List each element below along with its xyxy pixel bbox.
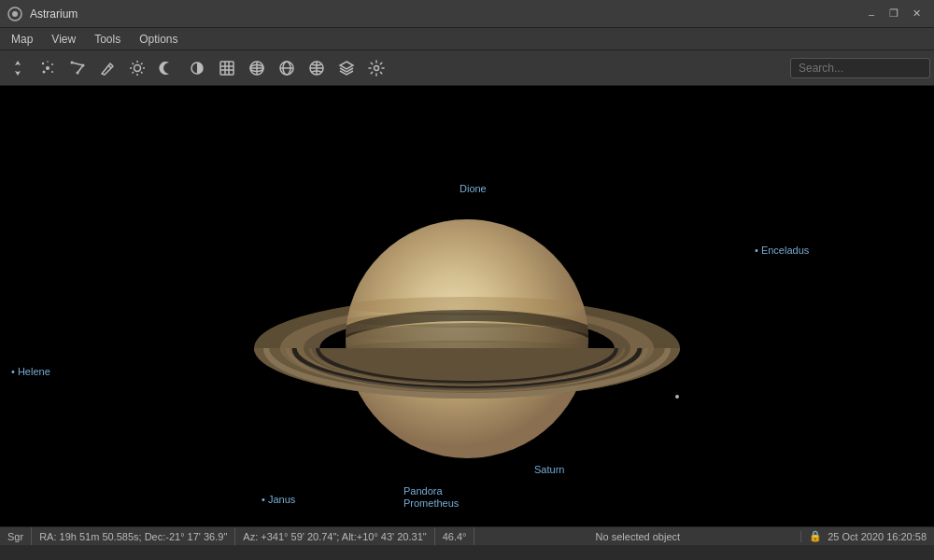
viewport[interactable]: Dione • Enceladus • Helene • Janus Pando… bbox=[0, 86, 934, 526]
title-bar-left: Astrarium bbox=[7, 7, 78, 21]
svg-point-15 bbox=[134, 64, 141, 71]
svg-point-3 bbox=[46, 66, 50, 70]
svg-point-6 bbox=[43, 70, 46, 73]
search-input[interactable] bbox=[790, 58, 930, 78]
maximize-button[interactable]: ❐ bbox=[884, 4, 904, 24]
minimize-button[interactable]: – bbox=[861, 4, 882, 24]
sun-tool[interactable] bbox=[123, 54, 151, 82]
close-button[interactable]: ✕ bbox=[906, 4, 927, 24]
toolbar bbox=[0, 50, 934, 86]
svg-point-1 bbox=[12, 11, 18, 17]
status-fov: 46.4° bbox=[435, 527, 475, 545]
menu-bar: Map View Tools Options bbox=[0, 28, 934, 50]
svg-line-14 bbox=[108, 65, 111, 68]
svg-point-5 bbox=[51, 63, 53, 65]
menu-tools[interactable]: Tools bbox=[87, 31, 128, 48]
grid2-tool[interactable] bbox=[243, 54, 271, 82]
eclipse-tool[interactable] bbox=[183, 54, 211, 82]
menu-map[interactable]: Map bbox=[4, 31, 40, 48]
svg-point-66 bbox=[675, 395, 679, 399]
app-title: Astrarium bbox=[30, 7, 78, 21]
moon-label-janus: • Janus bbox=[262, 494, 295, 505]
star-tool[interactable] bbox=[34, 54, 62, 82]
layer-tool[interactable] bbox=[333, 54, 361, 82]
moon-label-helene: • Helene bbox=[11, 366, 50, 377]
moon-label-dione: Dione bbox=[460, 183, 487, 194]
status-datetime: 🔒 25 Oct 2020 16:20:58 bbox=[801, 530, 934, 542]
pencil-tool[interactable] bbox=[93, 54, 121, 82]
svg-line-13 bbox=[78, 65, 83, 73]
status-azalt: Az: +341° 59' 20.74"; Alt:+10° 43' 20.31… bbox=[235, 527, 434, 545]
title-bar: Astrarium – ❐ ✕ bbox=[0, 0, 934, 28]
moon-label-pandora: Pandora bbox=[403, 485, 443, 497]
app-icon bbox=[7, 7, 22, 21]
moon-label-prometheus: Prometheus bbox=[403, 497, 459, 509]
status-bar: Sgr RA: 19h 51m 50.585s; Dec:-21° 17' 36… bbox=[0, 526, 934, 545]
svg-marker-40 bbox=[340, 62, 353, 69]
constellation-lines-tool[interactable] bbox=[64, 54, 92, 82]
lock-icon: 🔒 bbox=[809, 530, 822, 542]
grid-tool[interactable] bbox=[213, 54, 241, 82]
window-controls: – ❐ ✕ bbox=[861, 4, 927, 24]
svg-point-8 bbox=[47, 61, 49, 63]
svg-line-22 bbox=[141, 63, 143, 64]
menu-view[interactable]: View bbox=[44, 31, 83, 48]
moon-tool[interactable] bbox=[153, 54, 181, 82]
status-constellation: Sgr bbox=[0, 527, 32, 545]
settings-tool[interactable] bbox=[362, 54, 390, 82]
svg-line-20 bbox=[133, 63, 134, 64]
globe2-tool[interactable] bbox=[303, 54, 331, 82]
globe-tool[interactable] bbox=[273, 54, 301, 82]
menu-options[interactable]: Options bbox=[132, 31, 185, 48]
moon-label-enceladus: • Enceladus bbox=[755, 245, 809, 256]
status-no-selected: No selected object bbox=[474, 531, 801, 542]
svg-marker-2 bbox=[15, 61, 21, 76]
svg-rect-25 bbox=[220, 62, 234, 75]
svg-point-4 bbox=[42, 62, 44, 63]
svg-line-21 bbox=[141, 72, 143, 74]
moon-label-saturn: Saturn bbox=[534, 464, 564, 475]
svg-line-23 bbox=[133, 72, 134, 74]
svg-point-7 bbox=[51, 71, 53, 73]
saturn-display bbox=[234, 161, 700, 463]
status-radec: RA: 19h 51m 50.585s; Dec:-21° 17' 36.9" bbox=[32, 527, 235, 545]
svg-line-12 bbox=[72, 63, 83, 65]
svg-point-41 bbox=[375, 65, 379, 70]
datetime-text: 25 Oct 2020 16:20:58 bbox=[828, 531, 927, 542]
pan-tool[interactable] bbox=[4, 54, 32, 82]
